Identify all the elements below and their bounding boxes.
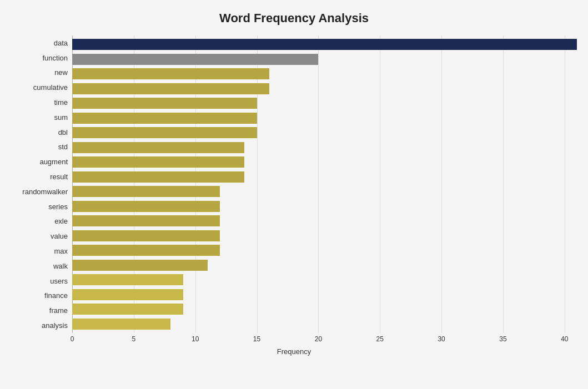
y-label-analysis: analysis [42,322,68,329]
bar-augment [72,156,244,168]
x-labels-row: 0510152025303540 [72,335,577,346]
chart-area: datafunctionnewcumulativetimesumdblstdau… [11,36,577,333]
y-axis-labels: datafunctionnewcumulativetimesumdblstdau… [11,36,72,333]
bar-row-max [72,243,577,258]
y-label-value: value [51,233,68,240]
bar-row-exle [72,214,577,229]
y-label-finance: finance [44,292,68,299]
bars-and-grid [72,36,577,333]
bar-row-dbl [72,125,577,140]
bar-finance [72,289,183,300]
bar-row-augment [72,155,577,170]
bar-cumulative [72,83,269,94]
chart-container: Word Frequency Analysis datafunctionnewc… [0,0,588,389]
bar-std [72,142,244,153]
bar-row-walk [72,258,577,273]
bar-randomwalker [72,186,220,197]
bar-value [72,230,220,241]
y-label-result: result [50,173,68,180]
y-label-frame: frame [49,307,68,314]
y-label-new: new [54,69,68,76]
x-label-30: 30 [438,335,445,343]
bar-analysis [72,319,170,330]
bottom-section: 0510152025303540 Frequency [11,333,577,356]
bar-row-analysis [72,317,577,332]
bar-row-finance [72,287,577,302]
bars-container [72,36,577,333]
bar-users [72,274,183,285]
bar-row-sum [72,111,577,126]
bar-row-cumulative [72,82,577,97]
bar-row-data [72,37,577,52]
y-label-sum: sum [54,114,68,121]
y-label-data: data [54,39,68,47]
chart-title: Word Frequency Analysis [219,11,369,26]
x-label-15: 15 [253,335,260,343]
x-label-5: 5 [132,335,136,343]
y-label-series: series [48,203,68,210]
bar-row-new [72,67,577,82]
bar-data [72,39,577,50]
bar-max [72,245,220,256]
bar-row-value [72,229,577,244]
x-label-10: 10 [192,335,199,343]
y-label-randomwalker: randomwalker [22,188,68,195]
y-label-function: function [42,54,68,62]
x-label-40: 40 [561,335,568,343]
bar-row-std [72,140,577,155]
y-label-walk: walk [53,262,68,270]
bar-row-randomwalker [72,184,577,199]
bar-frame [72,304,183,315]
y-label-max: max [54,247,68,255]
y-label-augment: augment [39,158,68,165]
y-label-exle: exle [54,218,68,225]
x-label-35: 35 [499,335,506,343]
bar-time [72,98,257,109]
bar-row-time [72,96,577,111]
bar-dbl [72,127,257,138]
bar-row-function [72,52,577,67]
bar-row-users [72,272,577,287]
bar-row-result [72,170,577,185]
x-axis-title: Frequency [11,347,577,356]
x-label-25: 25 [376,335,384,343]
bar-function [72,54,318,65]
x-label-0: 0 [71,335,74,343]
grid-and-bars [72,36,577,333]
bar-series [72,201,220,212]
bar-new [72,68,269,79]
y-label-dbl: dbl [58,129,68,136]
bar-sum [72,113,257,124]
bar-exle [72,215,220,226]
x-label-20: 20 [315,335,322,343]
y-label-std: std [58,143,68,150]
bar-walk [72,260,208,271]
bar-result [72,171,244,183]
y-label-time: time [54,99,68,106]
bar-row-frame [72,302,577,317]
y-label-cumulative: cumulative [33,84,68,91]
bar-row-series [72,199,577,214]
y-label-users: users [50,277,68,285]
